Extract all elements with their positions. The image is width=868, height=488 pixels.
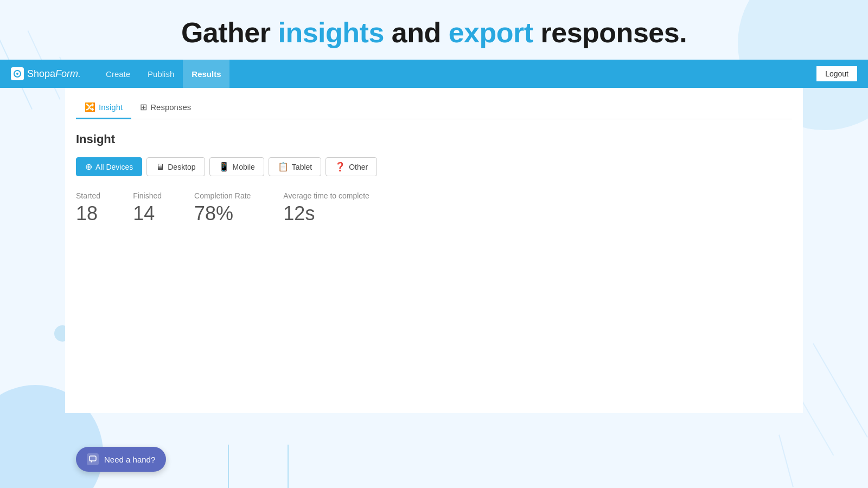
- brand-icon: [11, 67, 24, 80]
- hero-title-highlight2: export: [449, 17, 533, 48]
- svg-rect-2: [90, 456, 96, 461]
- brand[interactable]: ShopaForm.: [11, 67, 81, 80]
- grid-icon: ⊞: [140, 102, 147, 112]
- deco-line-bottom-2: [288, 445, 289, 488]
- tab-insight-label: Insight: [99, 102, 123, 112]
- section-title: Insight: [76, 132, 792, 146]
- main-content: 🔀 Insight ⊞ Responses Insight ⊕ All Devi…: [65, 88, 803, 413]
- chat-button-label: Need a hand?: [104, 455, 155, 464]
- filter-tablet-label: Tablet: [292, 163, 312, 171]
- deco-line-bottom-1: [228, 445, 229, 488]
- deco-line-4: [813, 343, 868, 438]
- filter-tablet[interactable]: 📋 Tablet: [269, 157, 321, 176]
- tab-responses-label: Responses: [150, 102, 191, 112]
- stat-finished-label: Finished: [133, 191, 162, 200]
- stat-finished: Finished 14: [133, 191, 162, 225]
- nav-create[interactable]: Create: [97, 60, 139, 88]
- tablet-icon: 📋: [278, 162, 289, 172]
- svg-point-1: [16, 73, 18, 75]
- brand-name: ShopaForm.: [27, 68, 81, 80]
- desktop-icon: 🖥: [156, 162, 164, 172]
- brand-prefix: Shopa: [27, 68, 55, 79]
- filter-desktop-label: Desktop: [168, 163, 195, 171]
- chat-icon: [87, 453, 99, 465]
- tabs: 🔀 Insight ⊞ Responses: [76, 88, 792, 119]
- stat-started-value: 18: [76, 202, 100, 225]
- tab-insight[interactable]: 🔀 Insight: [76, 97, 131, 119]
- filter-all-devices-label: All Devices: [95, 163, 133, 171]
- device-filters: ⊕ All Devices 🖥 Desktop 📱 Mobile 📋 Table…: [76, 157, 792, 176]
- all-devices-icon: ⊕: [85, 162, 92, 172]
- filter-desktop[interactable]: 🖥 Desktop: [146, 157, 205, 176]
- stat-avg-time-label: Average time to complete: [283, 191, 369, 200]
- stat-completion-rate-label: Completion Rate: [194, 191, 251, 200]
- stat-started: Started 18: [76, 191, 100, 225]
- filter-all-devices[interactable]: ⊕ All Devices: [76, 157, 142, 176]
- stat-avg-time-value: 12s: [283, 202, 369, 225]
- nav-publish[interactable]: Publish: [139, 60, 183, 88]
- stat-avg-time: Average time to complete 12s: [283, 191, 369, 225]
- filter-other-label: Other: [349, 163, 368, 171]
- chat-button[interactable]: Need a hand?: [76, 447, 166, 472]
- hero-title-plain2: and: [384, 17, 449, 48]
- tab-responses[interactable]: ⊞ Responses: [131, 97, 200, 119]
- stat-completion-rate-value: 78%: [194, 202, 251, 225]
- nav-results[interactable]: Results: [183, 60, 229, 88]
- insight-icon: 🔀: [85, 102, 95, 112]
- filter-other[interactable]: ❓ Other: [326, 157, 377, 176]
- stat-finished-value: 14: [133, 202, 162, 225]
- navbar: ShopaForm. Create Publish Results Logout: [0, 60, 868, 88]
- hero-title-highlight1: insights: [278, 17, 384, 48]
- stat-completion-rate: Completion Rate 78%: [194, 191, 251, 225]
- insight-section: Insight ⊕ All Devices 🖥 Desktop 📱 Mobile…: [76, 119, 792, 238]
- stat-started-label: Started: [76, 191, 100, 200]
- mobile-icon: 📱: [219, 162, 229, 172]
- filter-mobile[interactable]: 📱 Mobile: [209, 157, 264, 176]
- logout-button[interactable]: Logout: [816, 66, 857, 81]
- hero-title-plain1: Gather: [181, 17, 278, 48]
- other-icon: ❓: [335, 162, 346, 172]
- hero-title-plain3: responses.: [533, 17, 687, 48]
- nav-links: Create Publish Results: [97, 60, 229, 88]
- filter-mobile-label: Mobile: [233, 163, 255, 171]
- deco-line-bottom-3: [778, 434, 794, 487]
- hero-title: Gather insights and export responses.: [0, 16, 868, 49]
- hero-section: Gather insights and export responses.: [0, 0, 868, 60]
- stats-row: Started 18 Finished 14 Completion Rate 7…: [76, 191, 792, 225]
- brand-suffix: Form.: [55, 68, 81, 79]
